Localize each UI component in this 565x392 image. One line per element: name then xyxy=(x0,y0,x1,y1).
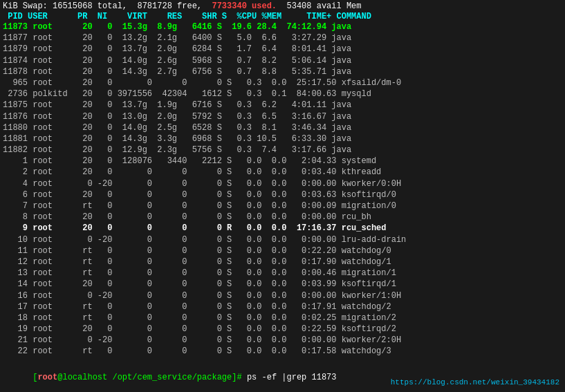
prompt-root: root xyxy=(37,373,57,382)
table-row: 11875 root 20 0 13.7g 1.9g 6716 S 0.3 6.… xyxy=(3,100,562,111)
table-row: 2736 polkitd 20 0 3971556 42304 1612 S 0… xyxy=(3,88,562,100)
watermark: https://blog.csdn.net/weixin_39434182 xyxy=(391,378,559,386)
table-row: 7 root rt 0 0 0 0 S 0.0 0.0 0:00.09 migr… xyxy=(3,200,562,212)
table-row: 11876 root 20 0 13.0g 2.0g 5792 S 0.3 6.… xyxy=(3,111,562,122)
table-row: 13 root rt 0 0 0 0 S 0.0 0.0 0:00.46 mig… xyxy=(3,268,562,279)
table-row: 11882 root 20 0 12.9g 2.3g 5756 S 0.3 7.… xyxy=(3,144,562,156)
table-row: 12 root rt 0 0 0 0 S 0.0 0.0 0:17.90 wat… xyxy=(3,256,562,268)
table-row: 11873 root 20 0 15.3g 8.9g 6416 S 19.6 2… xyxy=(3,21,562,32)
table-row: 22 root rt 0 0 0 0 S 0.0 0.0 0:17.58 wat… xyxy=(3,346,562,357)
shell-prompt-1: [root@localhost /opt/cem_service/package… xyxy=(3,359,562,392)
table-row: 21 root 0 -20 0 0 0 S 0.0 0.0 0:00.00 kw… xyxy=(3,335,562,346)
table-row: 18 root rt 0 0 0 0 S 0.0 0.0 0:02.25 mig… xyxy=(3,312,562,324)
table-row: 8 root 20 0 0 0 0 S 0.0 0.0 0:00.00 rcu_… xyxy=(3,212,562,223)
table-row: 11880 root 20 0 14.0g 2.5g 6528 S 0.3 8.… xyxy=(3,122,562,133)
swap-line: KiB Swap: 16515068 total, 8781728 free, … xyxy=(3,1,562,11)
table-row: 11877 root 20 0 13.2g 2.1g 6400 S 5.0 6.… xyxy=(3,32,562,44)
process-table-header: PID USER PR NI VIRT RES SHR S %CPU %MEM … xyxy=(3,12,562,21)
table-row: 10 root 0 -20 0 0 0 S 0.0 0.0 0:00.00 lr… xyxy=(3,234,562,245)
terminal: KiB Swap: 16515068 total, 8781728 free, … xyxy=(0,0,565,392)
table-row: 1 root 20 0 128076 3440 2212 S 0.0 0.0 2… xyxy=(3,156,562,167)
process-list: 11873 root 20 0 15.3g 8.9g 6416 S 19.6 2… xyxy=(3,21,562,357)
prompt-at: @localhost /opt/cem_service/package]# xyxy=(57,373,247,382)
prompt-command-1: ps -ef |grep 11873 xyxy=(247,373,337,382)
table-row: 9 root 20 0 0 0 0 R 0.0 0.0 17:16.37 rcu… xyxy=(3,223,562,234)
table-row: 17 root rt 0 0 0 0 S 0.0 0.0 0:17.91 wat… xyxy=(3,301,562,312)
table-row: 11878 root 20 0 14.3g 2.7g 6756 S 0.7 8.… xyxy=(3,66,562,77)
table-row: 19 root 20 0 0 0 0 S 0.0 0.0 0:22.59 kso… xyxy=(3,324,562,335)
table-row: 6 root 20 0 0 0 0 S 0.0 0.0 0:03.63 ksof… xyxy=(3,189,562,200)
table-row: 11 root rt 0 0 0 0 S 0.0 0.0 0:22.20 wat… xyxy=(3,245,562,256)
table-row: 11874 root 20 0 14.0g 2.6g 5968 S 0.7 8.… xyxy=(3,55,562,66)
table-row: 4 root 0 -20 0 0 0 S 0.0 0.0 0:00.00 kwo… xyxy=(3,178,562,189)
table-row: 14 root 20 0 0 0 0 S 0.0 0.0 0:03.99 kso… xyxy=(3,279,562,290)
table-row: 11881 root 20 0 14.3g 3.3g 6968 S 0.3 10… xyxy=(3,133,562,144)
table-row: 16 root 0 -20 0 0 0 S 0.0 0.0 0:00.00 kw… xyxy=(3,290,562,301)
table-row: 11879 root 20 0 13.7g 2.0g 6284 S 1.7 6.… xyxy=(3,44,562,55)
table-row: 2 root 20 0 0 0 0 S 0.0 0.0 0:03.40 kthr… xyxy=(3,167,562,178)
table-row: 965 root 20 0 0 0 0 S 0.3 0.0 25:17.50 x… xyxy=(3,77,562,88)
swap-used: 7733340 used. xyxy=(212,1,277,11)
